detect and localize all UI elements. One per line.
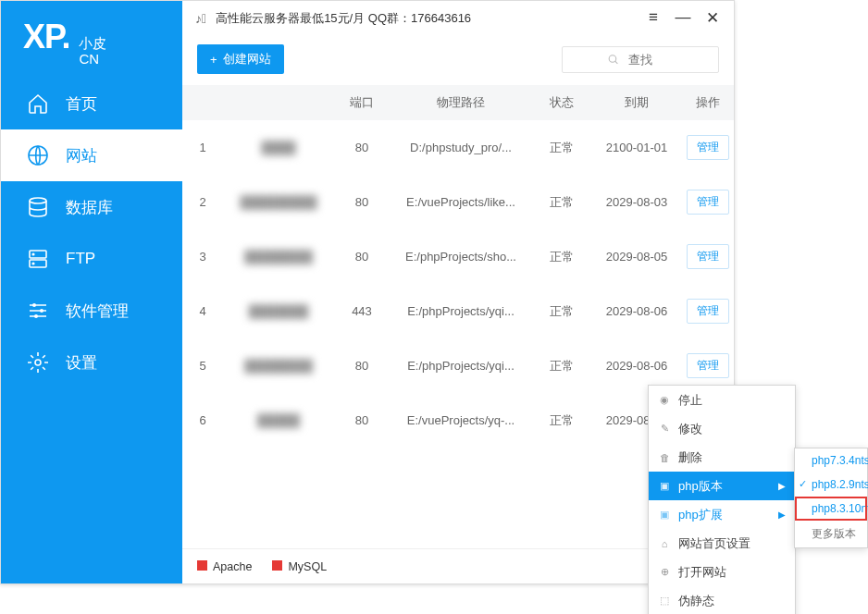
menu-button[interactable]: ≡ <box>645 8 662 28</box>
ctx-item-edit[interactable]: ✎修改 <box>649 414 795 443</box>
th-port: 端口 <box>334 94 390 111</box>
ctx-item-php-ext[interactable]: ▣php扩展▶ <box>649 500 795 529</box>
manage-button[interactable]: 管理 <box>687 299 729 324</box>
svg-point-4 <box>32 253 34 255</box>
plus-icon: + <box>210 53 217 67</box>
cell-idx: 5 <box>182 359 223 373</box>
sidebar: XP. 小皮 CN 首页 网站 数据库 FTP <box>1 1 182 583</box>
chevron-right-icon: ▶ <box>778 481 786 491</box>
create-site-button[interactable]: + 创建网站 <box>197 44 284 74</box>
announcement-text: 高性能云服务器最低15元/月 QQ群：176643616 <box>216 10 636 27</box>
close-button[interactable]: ✕ <box>704 8 721 28</box>
svg-point-8 <box>34 314 38 318</box>
delete-icon: 🗑 <box>658 451 671 464</box>
minimize-button[interactable]: — <box>675 8 691 28</box>
cell-expire: 2100-01-01 <box>591 141 682 154</box>
cell-domain: ████████ <box>223 250 334 264</box>
cell-expire: 2029-08-05 <box>591 250 682 264</box>
speaker-icon: ♪⃠ <box>195 11 206 26</box>
stop-icon: ◉ <box>658 394 671 407</box>
search-icon <box>607 54 619 66</box>
cell-idx: 2 <box>182 195 223 209</box>
status-dot-icon <box>197 560 207 571</box>
cell-status: 正常 <box>532 249 591 265</box>
globe-icon <box>27 144 49 166</box>
cell-status: 正常 <box>532 412 591 429</box>
cell-status: 正常 <box>532 303 591 320</box>
logo-sub1: 小皮 <box>79 36 106 52</box>
sidebar-item-website[interactable]: 网站 <box>1 129 182 181</box>
status-dot-icon <box>272 560 282 571</box>
cell-idx: 4 <box>182 304 223 318</box>
home-icon <box>27 92 49 115</box>
svg-point-10 <box>609 55 616 63</box>
sidebar-item-label: 软件管理 <box>66 301 129 322</box>
sidebar-item-home[interactable]: 首页 <box>1 78 182 129</box>
cell-path: E:/phpProjects/sho... <box>390 250 532 264</box>
cell-idx: 3 <box>182 250 223 264</box>
svg-point-9 <box>35 360 41 365</box>
ctx-item-open-site[interactable]: ⊕打开网站 <box>649 558 795 586</box>
th-path: 物理路径 <box>390 94 532 111</box>
sidebar-item-database[interactable]: 数据库 <box>1 181 182 233</box>
sidebar-item-label: FTP <box>66 250 95 268</box>
chevron-right-icon: ▶ <box>778 510 786 520</box>
sidebar-item-label: 设置 <box>66 352 97 374</box>
gear-icon <box>27 351 49 374</box>
php-version-option[interactable]: php8.3.10nts <box>795 497 867 521</box>
php-version-icon: ▣ <box>658 480 671 493</box>
cell-expire: 2029-08-06 <box>591 304 682 318</box>
cell-port: 80 <box>334 359 390 373</box>
ftp-icon <box>27 248 49 270</box>
nav: 首页 网站 数据库 FTP 软件管理 设置 <box>1 78 182 583</box>
svg-point-5 <box>32 263 34 264</box>
svg-point-6 <box>32 303 36 307</box>
svg-point-7 <box>40 309 43 313</box>
table-row[interactable]: 1████80D:/phpstudy_pro/...正常2100-01-01管理 <box>182 120 734 175</box>
sidebar-item-label: 网站 <box>66 145 97 166</box>
manage-button[interactable]: 管理 <box>687 244 729 269</box>
php-version-option[interactable]: 更多版本 <box>795 521 867 547</box>
cell-domain: █████████ <box>223 195 334 209</box>
ctx-item-stop[interactable]: ◉停止 <box>649 386 795 414</box>
sliders-icon <box>27 300 49 322</box>
titlebar: ♪⃠ 高性能云服务器最低15元/月 QQ群：176643616 ≡ — ✕ <box>182 1 734 35</box>
cell-path: E:/vueProjects/like... <box>390 195 532 209</box>
ctx-item-label: 删除 <box>678 449 702 466</box>
ctx-item-php-version[interactable]: ▣php版本▶ <box>649 472 795 500</box>
logo: XP. 小皮 CN <box>1 1 182 78</box>
manage-button[interactable]: 管理 <box>687 190 729 215</box>
search-input[interactable] <box>562 46 719 73</box>
sidebar-item-label: 数据库 <box>66 197 113 218</box>
table-row[interactable]: 4███████443E:/phpProjects/yqi...正常2029-0… <box>182 284 734 338</box>
cell-path: E:/vueProjects/yq-... <box>390 413 532 427</box>
cell-expire: 2029-08-03 <box>591 195 682 209</box>
php-version-submenu: php7.3.4ntsphp8.2.9ntsphp8.3.10nts更多版本 <box>794 448 868 548</box>
table-row[interactable]: 2█████████80E:/vueProjects/like...正常2029… <box>182 175 734 229</box>
cell-port: 80 <box>334 195 390 209</box>
cell-status: 正常 <box>532 358 591 375</box>
ctx-item-delete[interactable]: 🗑删除 <box>649 443 795 472</box>
database-icon <box>27 196 49 218</box>
table-row[interactable]: 3████████80E:/phpProjects/sho...正常2029-0… <box>182 229 734 284</box>
sidebar-item-ftp[interactable]: FTP <box>1 233 182 285</box>
sidebar-item-settings[interactable]: 设置 <box>1 337 182 388</box>
cell-port: 80 <box>334 141 390 154</box>
cell-domain: ████████ <box>223 359 334 373</box>
ctx-item-label: 停止 <box>678 392 702 409</box>
cell-status: 正常 <box>532 194 591 211</box>
sidebar-item-software[interactable]: 软件管理 <box>1 285 182 337</box>
ctx-item-rewrite[interactable]: ⬚伪静态 <box>649 586 795 614</box>
svg-point-1 <box>30 198 46 203</box>
rewrite-icon: ⬚ <box>658 595 671 608</box>
logo-sub2: CN <box>79 52 106 68</box>
service-apache: Apache <box>197 560 252 573</box>
php-version-option[interactable]: php7.3.4nts <box>795 448 867 473</box>
manage-button[interactable]: 管理 <box>687 135 729 160</box>
logo-brand: XP. <box>23 18 69 56</box>
php-version-option[interactable]: php8.2.9nts <box>795 473 867 497</box>
ctx-item-homepage[interactable]: ⌂网站首页设置 <box>649 529 795 558</box>
manage-button[interactable]: 管理 <box>687 353 729 378</box>
cell-idx: 6 <box>182 413 223 427</box>
sidebar-item-label: 首页 <box>66 93 97 115</box>
